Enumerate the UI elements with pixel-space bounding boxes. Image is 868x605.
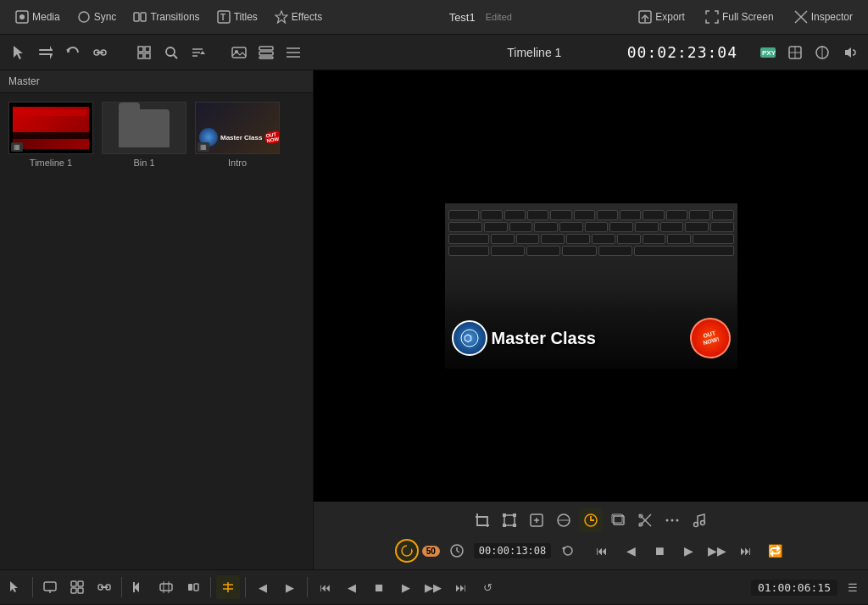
toolbar-view-img[interactable]	[225, 39, 253, 66]
media-item-intro[interactable]: Master Class OUT NOW! ▦ Intro	[195, 102, 280, 168]
timeline-title-label: Timeline 1	[459, 46, 610, 59]
intro-label: Intro	[228, 158, 247, 168]
toolbar-list2[interactable]	[280, 39, 307, 66]
tl-tool-prev-marker[interactable]	[127, 575, 151, 599]
media-item-timeline1[interactable]: ▦ Timeline 1	[8, 102, 93, 168]
toolbar-color[interactable]	[809, 39, 836, 66]
tl-skip-end[interactable]: ⏭	[448, 575, 472, 599]
menu-media[interactable]: Media	[7, 0, 69, 34]
media-item-bin1[interactable]: Bin 1	[102, 102, 186, 168]
svg-rect-78	[78, 581, 83, 586]
menu-export[interactable]: Export	[630, 10, 693, 24]
transitions-label: Transitions	[150, 11, 199, 23]
skip-to-start-btn[interactable]: ⏮	[590, 539, 614, 563]
preview-speed-btn[interactable]	[579, 508, 603, 532]
svg-rect-2	[134, 13, 139, 21]
svg-rect-77	[71, 581, 76, 586]
tl-sep2	[121, 577, 122, 597]
preview-zoom-btn[interactable]	[525, 508, 548, 532]
menu-fullscreen[interactable]: Full Screen	[697, 10, 782, 24]
preview-in-point-btn[interactable]	[395, 539, 419, 563]
timeline1-label: Timeline 1	[30, 158, 72, 168]
preview-3d-btn[interactable]	[606, 508, 630, 532]
svg-point-22	[166, 47, 175, 56]
menu-titles[interactable]: T Titles	[209, 0, 266, 34]
skip-to-end-btn[interactable]: ⏭	[734, 539, 758, 563]
svg-rect-46	[503, 513, 506, 517]
titles-label: Titles	[234, 11, 258, 23]
svg-point-64	[666, 519, 669, 522]
effects-icon	[275, 10, 288, 24]
svg-text:PXY: PXY	[762, 49, 776, 57]
tl-skip-start[interactable]: ⏮	[313, 575, 337, 599]
tl-tool-active[interactable]	[216, 575, 240, 599]
preview-mc-text: Master Class	[492, 329, 596, 348]
tl-tool-multi[interactable]	[65, 575, 89, 599]
tl-play[interactable]: ▶	[394, 575, 418, 599]
export-label: Export	[655, 11, 685, 23]
svg-rect-82	[106, 585, 110, 590]
svg-rect-30	[259, 47, 273, 50]
preview-mask-btn[interactable]	[552, 508, 576, 532]
menu-sync[interactable]: Sync	[69, 0, 125, 34]
preview-reset-btn[interactable]	[556, 539, 580, 563]
tl-sep3	[210, 577, 211, 597]
prev-frame-btn[interactable]: ◀	[619, 539, 643, 563]
timeline1-thumb: ▦	[8, 102, 93, 154]
toolbar-sort[interactable]	[185, 39, 212, 66]
svg-rect-81	[98, 585, 103, 590]
tl-next[interactable]: ▶▶	[421, 575, 445, 599]
tl-loop[interactable]: ↺	[476, 575, 499, 599]
toolbar-proxy[interactable]: PXY	[754, 39, 782, 66]
preview-clock-btn[interactable]	[445, 539, 469, 563]
sync-icon	[77, 10, 91, 24]
svg-rect-88	[188, 584, 192, 591]
toolbar-view-list[interactable]	[253, 39, 280, 66]
toolbar-grid[interactable]	[131, 39, 158, 66]
second-toolbar: Timeline 1 00:02:23:04 PXY	[0, 35, 868, 70]
tl-sep4	[245, 577, 246, 597]
menu-transitions[interactable]: Transitions	[125, 0, 208, 34]
project-status: Edited	[486, 12, 512, 22]
tl-tool-arrow[interactable]	[3, 575, 27, 599]
export-icon	[638, 10, 652, 24]
tl-tool-edit[interactable]	[181, 575, 205, 599]
tl-sep5	[307, 577, 308, 597]
play-btn[interactable]: ▶	[676, 539, 700, 563]
toolbar-undo-s[interactable]	[59, 39, 86, 66]
tl-nav-left[interactable]: ◀	[251, 575, 275, 599]
preview-dots-btn[interactable]	[660, 508, 684, 532]
tl-tool-monitor[interactable]	[38, 575, 62, 599]
titles-icon: T	[217, 10, 231, 24]
in-out-badge[interactable]: 50	[422, 546, 440, 557]
tl-menu[interactable]: ☰	[841, 575, 865, 599]
next-frame-btn[interactable]: ▶▶	[705, 539, 729, 563]
preview-crop-btn[interactable]	[470, 508, 494, 532]
toolbar-audio[interactable]	[836, 39, 863, 66]
intro-film-strip: ▦	[198, 142, 209, 152]
stop-btn[interactable]: ⏹	[648, 539, 671, 563]
menu-effects[interactable]: Effects	[266, 0, 331, 34]
toolbar-link[interactable]	[86, 39, 114, 66]
main-timecode[interactable]: 00:02:23:04	[627, 43, 737, 61]
media-icon	[15, 10, 29, 24]
tl-tool-link[interactable]	[92, 575, 116, 599]
menu-inspector[interactable]: Inspector	[786, 10, 861, 24]
toolbar-select[interactable]	[5, 39, 32, 66]
svg-rect-79	[71, 588, 76, 593]
preview-transform-btn[interactable]	[498, 508, 521, 532]
preview-cut-btn[interactable]	[633, 508, 657, 532]
tl-prev[interactable]: ◀	[340, 575, 364, 599]
tl-tool-trim[interactable]	[154, 575, 178, 599]
preview-timecode[interactable]: 00:00:13:08	[474, 543, 551, 558]
toolbar-grab[interactable]	[32, 39, 59, 66]
loop-btn[interactable]: 🔁	[763, 539, 787, 563]
tl-stop[interactable]: ⏹	[367, 575, 391, 599]
svg-rect-19	[145, 47, 150, 52]
toolbar-search[interactable]	[158, 39, 185, 66]
tl-nav-right[interactable]: ▶	[278, 575, 302, 599]
preview-music-btn[interactable]	[687, 508, 711, 532]
mc-logo: ⬡	[452, 320, 487, 356]
tl-timecode[interactable]: 01:00:06:15	[751, 580, 837, 596]
toolbar-transform2[interactable]	[782, 39, 809, 66]
